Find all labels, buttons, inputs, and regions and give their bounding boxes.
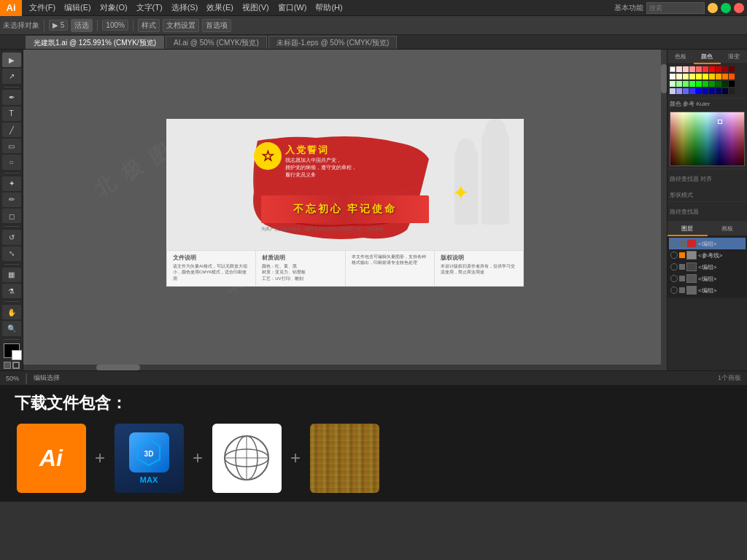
swatch-darkest-red[interactable] (729, 66, 735, 72)
swatch-salmon[interactable] (689, 66, 695, 72)
tool-type[interactable]: T (2, 106, 21, 121)
layer-3-eye[interactable] (670, 263, 678, 271)
tab-2[interactable]: AI.ai @ 50% (CMYK/预览) (166, 36, 267, 49)
swatch-cream[interactable] (670, 74, 676, 79)
swatch-burnt-orange[interactable] (729, 74, 735, 79)
tab-artboards[interactable]: 画板 (708, 222, 748, 236)
swatch-red[interactable] (709, 66, 715, 72)
tool-zoom[interactable]: 🔍 (2, 321, 21, 335)
swatch-amber[interactable] (709, 74, 715, 79)
menu-edit[interactable]: 编辑(E) (60, 0, 96, 16)
swatch-green[interactable] (689, 81, 695, 87)
swatch-blue[interactable] (689, 88, 695, 94)
swatch-light-red[interactable] (676, 66, 682, 72)
menu-effect[interactable]: 效果(E) (202, 0, 238, 16)
menu-file[interactable]: 文件(F) (25, 0, 60, 16)
swatch-dark-blue[interactable] (709, 88, 715, 94)
layer-3-lock[interactable] (679, 264, 685, 270)
tool-rotate[interactable]: ↺ (2, 230, 21, 244)
swatch-darkest-green[interactable] (722, 81, 728, 87)
layer-1-eye[interactable] (670, 240, 678, 247)
menu-object[interactable]: 对象(O) (96, 0, 132, 16)
menu-select[interactable]: 选择(S) (167, 0, 203, 16)
swatch-dark-gray[interactable] (729, 88, 735, 94)
swatch-lavender[interactable] (670, 88, 676, 94)
layer-5[interactable]: <编组> (669, 284, 746, 296)
toolbar-doc-settings[interactable]: 文档设置 (163, 19, 199, 32)
swatch-light-blue[interactable] (676, 88, 682, 94)
layer-4-lock[interactable] (679, 276, 685, 281)
swatch-bright-green[interactable] (696, 81, 702, 87)
minimize-button[interactable] (708, 3, 718, 13)
swatch-darkest-blue[interactable] (722, 88, 728, 94)
menu-view[interactable]: 视图(V) (238, 0, 274, 16)
swatch-black[interactable] (729, 81, 735, 87)
swatch-coral[interactable] (696, 66, 702, 72)
vertical-scrollbar[interactable] (661, 50, 667, 370)
tool-direct-select[interactable]: ↗ (2, 69, 21, 83)
layer-2-eye[interactable] (670, 252, 678, 259)
fill-icon[interactable] (4, 362, 11, 369)
toolbar-active-select[interactable]: 活选 (71, 19, 93, 32)
maximize-button[interactable] (721, 3, 731, 13)
layer-1-lock[interactable] (679, 241, 685, 246)
layer-2-lock[interactable] (679, 252, 685, 258)
layer-3[interactable]: <编组> (669, 261, 746, 273)
tool-eraser[interactable]: ◻ (2, 209, 21, 223)
swatch-mint[interactable] (670, 81, 676, 87)
tool-brush[interactable]: ✦ (2, 176, 21, 191)
close-button[interactable] (734, 3, 744, 13)
swatch-bright-blue[interactable] (696, 88, 702, 94)
swatch-dark-green[interactable] (709, 81, 715, 87)
tool-select[interactable]: ▶ (2, 52, 21, 67)
tool-eyedropper[interactable]: ⚗ (2, 284, 21, 298)
swatch-blue-light[interactable] (683, 88, 689, 94)
menu-help[interactable]: 帮助(H) (311, 0, 347, 16)
swatch-dark-red[interactable] (716, 66, 721, 72)
swatch-maroon[interactable] (722, 66, 728, 72)
canvas-area[interactable]: 北极图网 北极图网 (23, 50, 667, 370)
tool-rect[interactable]: ▭ (2, 139, 21, 153)
swatch-light-yellow[interactable] (676, 74, 682, 79)
swatch-green-light[interactable] (683, 81, 689, 87)
swatch-yellow[interactable] (689, 74, 695, 79)
tool-gradient[interactable]: ▦ (2, 268, 21, 282)
swatch-white[interactable] (670, 66, 676, 72)
tool-ellipse[interactable]: ○ (2, 155, 21, 169)
swatch-yellow-bright[interactable] (696, 74, 702, 79)
toolbar-select[interactable]: ▶ 5 (49, 20, 68, 31)
swatch-yellow-full[interactable] (703, 74, 708, 79)
foreground-color[interactable] (4, 343, 20, 358)
tool-pen[interactable]: ✒ (2, 90, 21, 104)
swatch-orange[interactable] (716, 74, 721, 79)
h-scrollbar-thumb[interactable] (96, 365, 140, 370)
tool-scale[interactable]: ⤡ (2, 246, 21, 261)
search-input[interactable] (646, 2, 705, 14)
menu-window[interactable]: 窗口(W) (274, 0, 311, 16)
tab-1[interactable]: 光建凯1.ai @ 125.991% (CMYK/预览) (26, 36, 164, 49)
layer-5-lock[interactable] (679, 287, 685, 293)
menu-text[interactable]: 文字(T) (132, 0, 167, 16)
scrollbar-thumb[interactable] (661, 64, 667, 93)
swatch-navy[interactable] (716, 88, 721, 94)
layer-4[interactable]: <编组> (669, 273, 746, 284)
layer-5-eye[interactable] (670, 287, 678, 294)
stroke-icon[interactable] (12, 362, 20, 369)
tab-gradient[interactable]: 渐变 (721, 50, 747, 64)
color-spectrum[interactable] (670, 112, 745, 166)
tab-3[interactable]: 未标题-1.eps @ 50% (CMYK/预览) (268, 36, 398, 49)
horizontal-scrollbar[interactable] (23, 365, 661, 370)
tool-pencil[interactable]: ✏ (2, 192, 21, 207)
tool-hand[interactable]: ✋ (2, 305, 21, 319)
tool-line[interactable]: ╱ (2, 122, 21, 137)
tab-color-board[interactable]: 色板 (667, 50, 694, 64)
swatch-medium-green[interactable] (703, 81, 708, 87)
swatch-yellow-light[interactable] (683, 74, 689, 79)
toolbar-preferences[interactable]: 首选项 (202, 19, 231, 32)
tab-color[interactable]: 颜色 (694, 50, 720, 64)
swatch-dark-orange[interactable] (722, 74, 728, 79)
layer-1[interactable]: <编组> (669, 238, 746, 249)
tab-layers[interactable]: 图层 (667, 222, 708, 236)
swatch-light-green[interactable] (676, 81, 682, 87)
toolbar-style[interactable]: 样式 (138, 19, 160, 32)
